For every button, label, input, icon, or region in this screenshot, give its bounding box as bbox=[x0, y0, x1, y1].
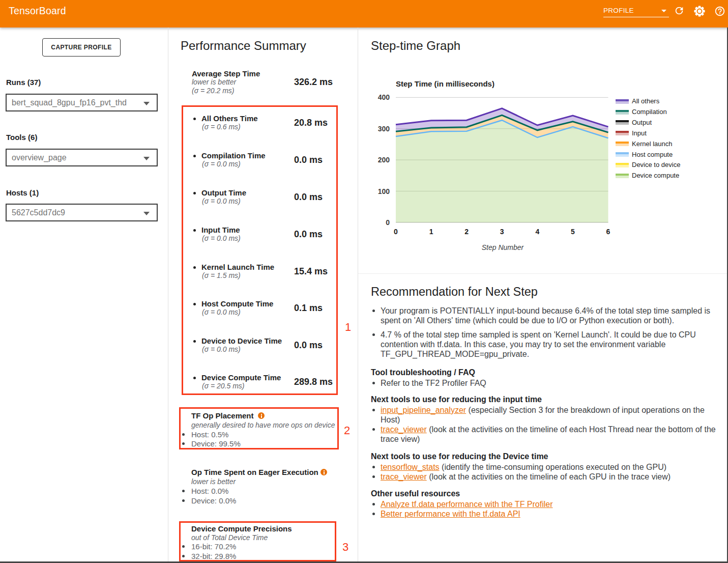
svg-text:0: 0 bbox=[386, 218, 390, 227]
svg-text:3: 3 bbox=[500, 228, 504, 236]
svg-text:1: 1 bbox=[429, 228, 433, 236]
svg-text:6: 6 bbox=[606, 228, 610, 236]
svg-text:100: 100 bbox=[378, 187, 390, 195]
svg-text:2: 2 bbox=[464, 228, 469, 236]
svg-text:400: 400 bbox=[378, 93, 390, 101]
svg-text:5: 5 bbox=[571, 228, 575, 236]
svg-text:Step Number: Step Number bbox=[482, 243, 525, 251]
svg-text:Step Time (in milliseconds): Step Time (in milliseconds) bbox=[396, 79, 494, 88]
svg-text:4: 4 bbox=[535, 228, 539, 236]
svg-text:300: 300 bbox=[378, 125, 390, 133]
svg-text:200: 200 bbox=[378, 156, 390, 164]
svg-text:0: 0 bbox=[394, 228, 398, 236]
